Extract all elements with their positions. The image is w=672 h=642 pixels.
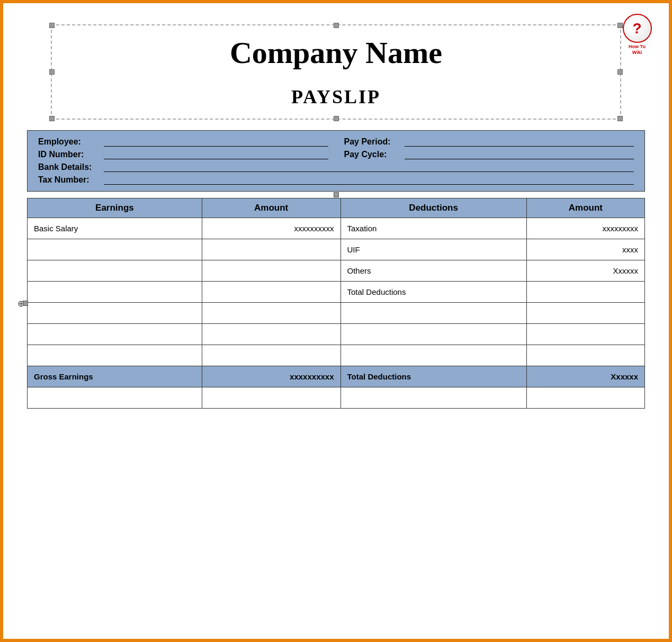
table-row bbox=[28, 302, 645, 323]
deduction-amount-4 bbox=[526, 281, 644, 302]
employee-row-2: ID Number: Pay Cycle: bbox=[38, 150, 634, 159]
employee-label: Employee: bbox=[38, 137, 102, 147]
deduction-amount-2: xxxx bbox=[526, 239, 644, 260]
gross-earnings-amount: xxxxxxxxxx bbox=[202, 366, 341, 387]
header-section: Company Name PAYSLIP bbox=[51, 24, 621, 120]
deduction-2: UIF bbox=[341, 239, 526, 260]
employee-field-group: Employee: bbox=[38, 137, 328, 147]
table-row: Basic Salary xxxxxxxxxx Taxation xxxxxxx… bbox=[28, 218, 645, 239]
table-handle-top[interactable] bbox=[334, 192, 339, 197]
table-section: ⊕ Earnings Amount Deductions Amount bbox=[27, 192, 645, 409]
total-deductions-amount: Xxxxxx bbox=[526, 366, 644, 387]
payslip-title: PAYSLIP bbox=[73, 86, 599, 108]
id-label: ID Number: bbox=[38, 150, 102, 159]
gross-earnings-label: Gross Earnings bbox=[28, 366, 202, 387]
deduction-amount-6 bbox=[526, 323, 644, 345]
col-amount1-header: Amount bbox=[202, 198, 341, 218]
earning-1: Basic Salary bbox=[28, 218, 202, 239]
earning-amount-7 bbox=[202, 345, 341, 366]
payslip-table: Earnings Amount Deductions Amount Basic … bbox=[27, 198, 645, 409]
deduction-amount-3: Xxxxxx bbox=[526, 260, 644, 281]
deduction-3: Others bbox=[341, 260, 526, 281]
table-row bbox=[28, 345, 645, 366]
id-line bbox=[104, 150, 328, 159]
handle-br[interactable] bbox=[617, 116, 623, 121]
bank-label: Bank Details: bbox=[38, 162, 102, 172]
deduction-amount-7 bbox=[526, 345, 644, 366]
handle-tc[interactable] bbox=[334, 23, 339, 28]
footer-col2 bbox=[202, 387, 341, 408]
footer-col4 bbox=[526, 387, 644, 408]
pay-period-field-group: Pay Period: bbox=[344, 137, 634, 147]
earning-amount-3 bbox=[202, 260, 341, 281]
table-row-footer bbox=[28, 387, 645, 408]
company-name: Company Name bbox=[73, 36, 599, 70]
handle-bl[interactable] bbox=[49, 116, 55, 121]
handle-tr[interactable] bbox=[617, 23, 623, 28]
pay-period-label: Pay Period: bbox=[344, 137, 402, 147]
earning-amount-1: xxxxxxxxxx bbox=[202, 218, 341, 239]
col-deductions-header: Deductions bbox=[341, 198, 526, 218]
deduction-1: Taxation bbox=[341, 218, 526, 239]
handle-mr[interactable] bbox=[617, 69, 623, 75]
footer-col3 bbox=[341, 387, 526, 408]
tax-line bbox=[104, 175, 634, 185]
deduction-4: Total Deductions bbox=[341, 281, 526, 302]
earning-4 bbox=[28, 281, 202, 302]
col-earnings-header: Earnings bbox=[28, 198, 202, 218]
earning-7 bbox=[28, 345, 202, 366]
col-amount2-header: Amount bbox=[526, 198, 644, 218]
pay-cycle-field-group: Pay Cycle: bbox=[344, 150, 634, 159]
earning-amount-6 bbox=[202, 323, 341, 345]
pay-cycle-label: Pay Cycle: bbox=[344, 150, 402, 159]
total-deductions-label: Total Deductions bbox=[341, 366, 526, 387]
handle-ml[interactable] bbox=[49, 69, 55, 75]
id-field-group: ID Number: bbox=[38, 150, 328, 159]
table-header-row: Earnings Amount Deductions Amount bbox=[28, 198, 645, 218]
deduction-7 bbox=[341, 345, 526, 366]
tax-label: Tax Number: bbox=[38, 175, 102, 185]
employee-line bbox=[104, 137, 328, 147]
bank-line bbox=[104, 162, 634, 172]
table-row bbox=[28, 323, 645, 345]
table-handle-left[interactable] bbox=[23, 301, 28, 306]
earning-3 bbox=[28, 260, 202, 281]
earning-6 bbox=[28, 323, 202, 345]
table-wrapper: ⊕ Earnings Amount Deductions Amount bbox=[27, 198, 645, 409]
employee-row-3: Bank Details: bbox=[38, 162, 634, 172]
deduction-amount-5 bbox=[526, 302, 644, 323]
employee-row-4: Tax Number: bbox=[38, 175, 634, 185]
earning-amount-5 bbox=[202, 302, 341, 323]
content-area: Company Name PAYSLIP Employee: Pay Perio… bbox=[3, 3, 669, 419]
table-top-handle-area bbox=[27, 192, 645, 198]
table-row: Total Deductions bbox=[28, 281, 645, 302]
summary-row: Gross Earnings xxxxxxxxxx Total Deductio… bbox=[28, 366, 645, 387]
employee-row-1: Employee: Pay Period: bbox=[38, 137, 634, 147]
table-row: UIF xxxx bbox=[28, 239, 645, 260]
employee-section: Employee: Pay Period: ID Number: Pay Cyc… bbox=[27, 130, 645, 192]
table-row: Others Xxxxxx bbox=[28, 260, 645, 281]
handle-tl[interactable] bbox=[49, 23, 55, 28]
earning-2 bbox=[28, 239, 202, 260]
earning-amount-2 bbox=[202, 239, 341, 260]
deduction-5 bbox=[341, 302, 526, 323]
page-border: ? How ToWiki Company Name PAYSLIP bbox=[0, 0, 672, 642]
deduction-amount-1: xxxxxxxxx bbox=[526, 218, 644, 239]
pay-cycle-line bbox=[405, 150, 634, 159]
pay-period-line bbox=[405, 137, 634, 147]
footer-col1 bbox=[28, 387, 202, 408]
earning-amount-4 bbox=[202, 281, 341, 302]
deduction-6 bbox=[341, 323, 526, 345]
earning-5 bbox=[28, 302, 202, 323]
handle-bc[interactable] bbox=[334, 116, 339, 121]
